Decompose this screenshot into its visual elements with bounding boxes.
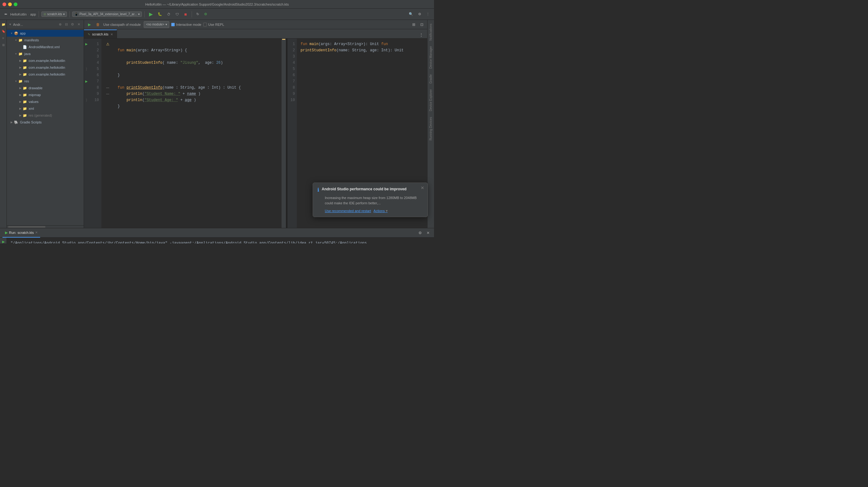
notification-actions: Use recommended and restart Actions ▾ bbox=[317, 209, 423, 213]
use-repl-label[interactable]: Use REPL bbox=[203, 23, 224, 26]
manifests-label: manifests bbox=[24, 38, 39, 42]
back-button[interactable]: ⬅ bbox=[2, 10, 9, 18]
more-button[interactable]: ⋮ bbox=[424, 10, 432, 18]
actions-label: Actions bbox=[374, 209, 385, 213]
xml-label: xml bbox=[29, 107, 34, 110]
run-panel-close-button[interactable]: ✕ bbox=[425, 229, 432, 236]
run-restart-icon[interactable]: ▶ bbox=[1, 239, 6, 244]
device-explorer-tab[interactable]: Device Explorer bbox=[428, 87, 433, 114]
gutter-run-7[interactable]: ▶ bbox=[84, 78, 89, 85]
tree-item-drawable[interactable]: ▶ 📁 drawable bbox=[7, 85, 84, 91]
tree-item-java[interactable]: ▾ 📁 java bbox=[7, 51, 84, 57]
use-repl-text: Use REPL bbox=[208, 23, 224, 26]
gutter-run-1[interactable]: ▶ bbox=[84, 41, 89, 47]
more-tabs-button[interactable]: ⋮ bbox=[418, 31, 425, 38]
use-repl-checkbox[interactable] bbox=[203, 23, 207, 26]
run-content: ▶ ↑ ↓ ⊞ ⚙ 🔒 🖨 🗑 📌 "/Applications/Android… bbox=[0, 237, 434, 244]
run-panel-header: ▶ Run: scratch.kts ✕ ⚙ ✕ bbox=[0, 228, 434, 237]
module-selector[interactable]: <no module> ▾ bbox=[144, 21, 169, 28]
interactive-checkbox[interactable]: ✓ bbox=[171, 23, 175, 26]
panel-close-icon[interactable]: ✕ bbox=[76, 22, 81, 27]
project-panel-scrollbar[interactable] bbox=[7, 225, 84, 228]
tab-close-icon[interactable]: ✕ bbox=[111, 33, 113, 36]
project-icon[interactable]: 📁 bbox=[0, 21, 6, 27]
panel-expand-icon: ▾ bbox=[9, 22, 11, 26]
scratch-toolbar: ▶ 🗑 Use classpath of module <no module> … bbox=[84, 20, 427, 29]
tree-item-values[interactable]: ▶ 📁 values bbox=[7, 98, 84, 105]
gutter-fold-10[interactable]: } bbox=[84, 97, 89, 103]
tree-item-manifests[interactable]: ▾ 📁 manifests bbox=[7, 37, 84, 43]
drawable-arrow: ▶ bbox=[18, 87, 22, 90]
editor-tabs: ✎ scratch.kts ✕ ⋮ bbox=[84, 29, 427, 38]
coverage-button[interactable]: 🛡 bbox=[174, 10, 181, 18]
minimize-button[interactable] bbox=[8, 2, 12, 6]
device-name: Pixel_3a_API_34_extension_level_7_ar... bbox=[79, 12, 137, 16]
search-button[interactable]: 🔍 bbox=[407, 10, 415, 18]
run-button[interactable]: ▶ bbox=[147, 10, 155, 18]
tree-item-mipmap[interactable]: ▶ 📁 mipmap bbox=[7, 91, 84, 98]
tree-item-res-gen[interactable]: ▶ 📁 res (generated) bbox=[7, 112, 84, 119]
run-tab-close[interactable]: ✕ bbox=[35, 231, 38, 234]
com1-label: com.example.hellokotlin bbox=[29, 59, 65, 63]
values-label: values bbox=[29, 100, 38, 103]
gradle-button[interactable]: ⚙ bbox=[202, 10, 209, 18]
profile-button[interactable]: ⏱ bbox=[165, 10, 173, 18]
com2-folder-icon: 📁 bbox=[22, 65, 27, 70]
run-output[interactable]: "/Applications/Android Studio.app/Conten… bbox=[7, 237, 434, 244]
actions-button[interactable]: Actions ▾ bbox=[374, 209, 388, 213]
build-variants-icon[interactable]: ⊞ bbox=[0, 42, 6, 48]
split-view-button[interactable]: ⊞ bbox=[410, 21, 417, 28]
scratch-file-selector[interactable]: ⊞ scratch.kts ▾ bbox=[41, 11, 67, 17]
run-panel-header-actions: ⚙ ✕ bbox=[416, 229, 432, 236]
settings-button[interactable]: ⚙ bbox=[416, 10, 423, 18]
sync-button[interactable]: ↻ bbox=[194, 10, 201, 18]
tree-item-com2[interactable]: ▶ 📁 com.example.hellokotlin bbox=[7, 64, 84, 71]
res-arrow: ▾ bbox=[14, 79, 18, 83]
actions-chevron-icon: ▾ bbox=[386, 209, 388, 213]
tree-item-res[interactable]: ▾ 📁 res bbox=[7, 78, 84, 85]
interactive-mode-label[interactable]: ✓ Interactive mode bbox=[171, 23, 201, 26]
gradle-tab[interactable]: Gradle bbox=[428, 72, 433, 86]
device-selector[interactable]: 📱 Pixel_3a_API_34_extension_level_7_ar..… bbox=[72, 11, 142, 17]
stop-button[interactable]: ⏹ bbox=[182, 10, 189, 18]
tree-item-androidmanifest[interactable]: 📄 AndroidManifest.xml bbox=[7, 43, 84, 51]
debug-button[interactable]: 🐛 bbox=[156, 10, 164, 18]
mipmap-arrow: ▶ bbox=[18, 93, 22, 96]
tree-item-app[interactable]: ▾ 📦 app bbox=[7, 30, 84, 37]
tab-scratch[interactable]: ✎ scratch.kts ✕ bbox=[84, 30, 117, 38]
device-manager-tab[interactable]: Device Manager bbox=[428, 43, 433, 71]
bookmarks-icon[interactable]: 🔖 bbox=[0, 28, 6, 34]
app-folder-icon: 📦 bbox=[14, 31, 19, 36]
right-scroll-gutter[interactable] bbox=[282, 38, 286, 228]
window-title: HelloKotlin — ~/Library/Application Supp… bbox=[145, 2, 289, 6]
tree-item-gradle[interactable]: ▶ 🐘 Gradle Scripts bbox=[7, 119, 84, 126]
drawable-label: drawable bbox=[29, 86, 42, 90]
scratch-stop-button[interactable]: 🗑 bbox=[95, 21, 101, 28]
window-controls bbox=[2, 2, 18, 6]
run-tab-icon: ▶ bbox=[5, 230, 8, 235]
tree-item-xml[interactable]: ▶ 📁 xml bbox=[7, 105, 84, 112]
notifications-tab[interactable]: Notifications bbox=[428, 21, 433, 43]
left-side-icons: 📁 🔖 ≡ ⊞ bbox=[0, 20, 7, 228]
manifests-folder-icon: 📁 bbox=[18, 38, 23, 43]
run-panel-settings-button[interactable]: ⚙ bbox=[416, 229, 424, 236]
tree-item-com3[interactable]: ▶ 📁 com.example.hellokotlin bbox=[7, 71, 84, 78]
com3-arrow: ▶ bbox=[18, 73, 22, 76]
scratch-run-button[interactable]: ▶ bbox=[86, 21, 93, 28]
warning-line-1: ⚠ bbox=[101, 41, 114, 47]
run-tab[interactable]: ▶ Run: scratch.kts ✕ bbox=[2, 228, 40, 237]
panel-settings-icon[interactable]: ⚙ bbox=[70, 22, 75, 27]
expand-view-button[interactable]: ⊡ bbox=[418, 21, 425, 28]
tree-item-com1[interactable]: ▶ 📁 com.example.hellokotlin bbox=[7, 57, 84, 64]
use-recommended-button[interactable]: Use recommended and restart bbox=[325, 209, 371, 213]
collapse-all-icon[interactable]: ⊟ bbox=[64, 22, 69, 27]
close-button[interactable] bbox=[2, 2, 6, 6]
maximize-button[interactable] bbox=[14, 2, 18, 6]
notification-close-icon[interactable]: ✕ bbox=[421, 185, 424, 190]
structure-icon[interactable]: ≡ bbox=[0, 35, 6, 41]
res-gen-arrow: ▶ bbox=[18, 114, 22, 117]
code-content[interactable]: fun main(args: Array<String>) { printStu… bbox=[114, 38, 282, 228]
gutter-fold-5[interactable]: } bbox=[84, 66, 89, 72]
locate-icon[interactable]: ⊕ bbox=[58, 22, 63, 27]
running-devices-tab[interactable]: Running Devices bbox=[428, 115, 433, 143]
